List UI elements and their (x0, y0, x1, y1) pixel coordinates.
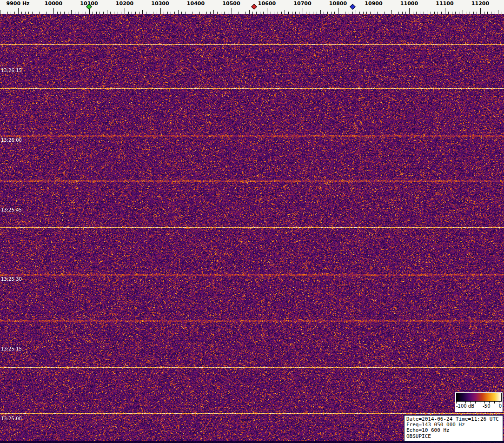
freq-tick (99, 12, 100, 14)
frequency-ruler: 9900 Hz100001010010200103001040010500106… (0, 0, 504, 14)
freq-tick (409, 8, 410, 14)
freq-tick (82, 12, 82, 14)
freq-tick (242, 12, 242, 14)
freq-tick (434, 12, 435, 14)
freq-tick (217, 12, 218, 14)
freq-tick (331, 12, 332, 14)
freq-tick (210, 12, 211, 14)
freq-tick-label: 11100 (436, 0, 453, 7)
db-scale-legend: -100 dB -50 0 (455, 392, 503, 412)
freq-tick (32, 12, 33, 14)
freq-tick (11, 12, 11, 14)
freq-tick (502, 12, 502, 14)
freq-tick (281, 12, 282, 14)
freq-tick (288, 12, 289, 14)
freq-tick (46, 12, 47, 14)
freq-tick-label: 10200 (116, 0, 133, 7)
freq-tick-label: 10800 (329, 0, 347, 7)
spectrogram-viewer: 9900 Hz100001010010200103001040010500106… (0, 0, 504, 443)
freq-tick (388, 12, 388, 14)
observation-info-box: Date=2014-06-24 Time=11:26 UTC Freq=143 … (404, 415, 503, 442)
freq-tick (121, 12, 121, 14)
time-axis-label: 13:26:00 (1, 138, 22, 143)
freq-tick (68, 12, 68, 14)
freq-tick (181, 12, 182, 14)
freq-tick (463, 10, 463, 14)
freq-tick (249, 10, 250, 14)
freq-tick (93, 12, 93, 14)
freq-tick (448, 12, 449, 14)
freq-tick (359, 12, 360, 14)
freq-tick (118, 12, 118, 14)
freq-tick (57, 12, 58, 14)
freq-tick (14, 12, 15, 14)
freq-tick (402, 12, 403, 14)
freq-tick (452, 12, 452, 14)
freq-tick (495, 12, 495, 14)
time-axis-label: 13:25:30 (1, 277, 22, 282)
freq-tick (232, 8, 232, 14)
freq-tick (320, 10, 321, 14)
freq-tick (235, 12, 235, 14)
freq-tick (228, 12, 228, 14)
freq-tick (39, 12, 40, 14)
freq-tick (427, 10, 427, 14)
freq-tick (25, 12, 26, 14)
info-echo: Echo=10 600 Hz (406, 428, 501, 433)
time-axis-label: 13:26:15 (1, 68, 22, 73)
freq-tick (50, 12, 50, 14)
freq-tick-label: 10700 (293, 0, 311, 7)
freq-tick-label: 10000 (45, 0, 62, 7)
freq-tick (445, 8, 445, 14)
freq-tick (135, 12, 136, 14)
freq-tick (405, 12, 406, 14)
freq-tick-label: 11200 (471, 0, 489, 7)
freq-tick (395, 12, 395, 14)
db-scale-labels: -100 dB -50 0 (456, 403, 502, 409)
db-label-mid: -50 (483, 403, 490, 409)
freq-tick (125, 8, 125, 14)
freq-tick (160, 8, 161, 14)
freq-tick (398, 12, 399, 14)
freq-tick (107, 10, 107, 14)
freq-tick (374, 8, 374, 14)
freq-tick (477, 12, 477, 14)
db-gradient-bar (456, 393, 502, 402)
freq-tick (252, 12, 253, 14)
freq-tick-label: 10300 (151, 0, 169, 7)
freq-tick (470, 12, 470, 14)
freq-tick (274, 12, 274, 14)
freq-tick (384, 12, 385, 14)
freq-tick (260, 12, 260, 14)
freq-tick (303, 8, 303, 14)
freq-tick (381, 12, 381, 14)
freq-tick (185, 12, 186, 14)
freq-tick (480, 8, 481, 14)
db-label-min: -100 dB (456, 403, 474, 409)
blue-diamond-marker[interactable] (350, 4, 356, 10)
freq-tick (18, 8, 19, 14)
freq-tick (174, 12, 175, 14)
freq-tick (71, 10, 72, 14)
freq-tick (267, 8, 267, 14)
freq-tick (213, 10, 214, 14)
freq-tick (310, 12, 310, 14)
freq-tick (342, 12, 342, 14)
freq-tick (459, 12, 459, 14)
freq-tick (110, 12, 111, 14)
red-diamond-marker[interactable] (251, 4, 257, 10)
freq-tick (295, 12, 296, 14)
freq-tick (334, 12, 335, 14)
freq-tick (356, 10, 356, 14)
freq-tick (338, 8, 338, 14)
freq-tick (317, 12, 317, 14)
db-label-max: 0 (499, 403, 502, 409)
freq-tick (324, 12, 324, 14)
freq-tick (192, 12, 192, 14)
freq-tick (0, 10, 0, 14)
freq-tick (327, 12, 328, 14)
freq-tick (157, 12, 157, 14)
freq-tick (271, 12, 271, 14)
freq-tick (203, 12, 203, 14)
freq-tick (79, 12, 79, 14)
